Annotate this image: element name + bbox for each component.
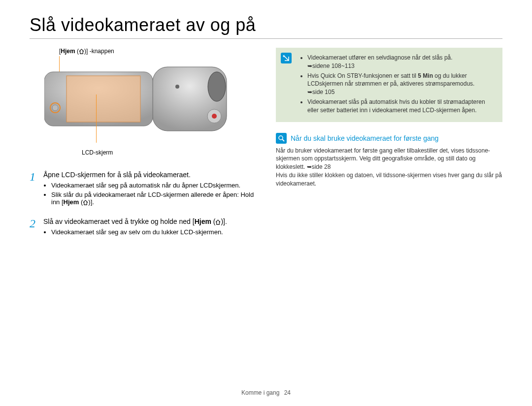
first-time-heading: Når du skal bruke videokameraet for førs… <box>291 134 438 142</box>
svg-line-10 <box>282 139 284 141</box>
step-1: 1 Åpne LCD-skjermen for å slå på videoka… <box>30 171 256 209</box>
svg-point-1 <box>208 72 226 101</box>
step-1-bullet-1: Videokameraet slår seg på automatisk når… <box>51 182 256 189</box>
step-number: 1 <box>30 171 38 209</box>
callout-lcd-screen: LCD-skjerm <box>82 149 113 156</box>
magnifier-icon <box>276 133 287 144</box>
camera-illustration <box>44 60 232 138</box>
step-2: 2 Slå av videokameraet ved å trykke og h… <box>30 218 256 239</box>
camera-figure: [Hjem ()] -knappen <box>30 48 227 156</box>
info-bullet-3: Videokameraet slås på automatisk hvis du… <box>307 98 496 115</box>
info-note-box: Videokameraet utfører en selvdiagnose nå… <box>276 48 502 122</box>
step-number: 2 <box>30 218 38 239</box>
step-2-bullet-1: Videokameraet slår seg av selv om du luk… <box>51 228 227 236</box>
step-2-text: Slå av videokameraet ved å trykke og hol… <box>43 218 227 225</box>
page-title: Slå videokameraet av og på <box>30 15 502 39</box>
step-1-text: Åpne LCD-skjermen for å slå på videokame… <box>43 171 256 179</box>
step-1-bullet-2: Slik slår du på videokameraet når LCD-sk… <box>51 191 256 206</box>
first-time-section: Når du skal bruke videokameraet for førs… <box>276 133 502 188</box>
info-bullet-2: Hvis Quick On STBY-funksjonen er satt ti… <box>307 72 496 96</box>
note-icon <box>281 53 292 63</box>
first-time-body: Når du bruker videokameraet for første g… <box>276 147 502 188</box>
home-icon <box>215 219 221 225</box>
home-icon <box>79 49 84 54</box>
callout-home-button: [Hjem ()] -knappen <box>59 48 114 55</box>
svg-point-9 <box>279 136 283 140</box>
info-bullet-1: Videokameraet utfører en selvdiagnose nå… <box>307 54 496 70</box>
svg-point-8 <box>175 85 179 89</box>
home-icon <box>83 200 88 205</box>
svg-point-7 <box>52 105 58 111</box>
svg-rect-5 <box>66 76 140 122</box>
svg-point-3 <box>212 114 217 119</box>
